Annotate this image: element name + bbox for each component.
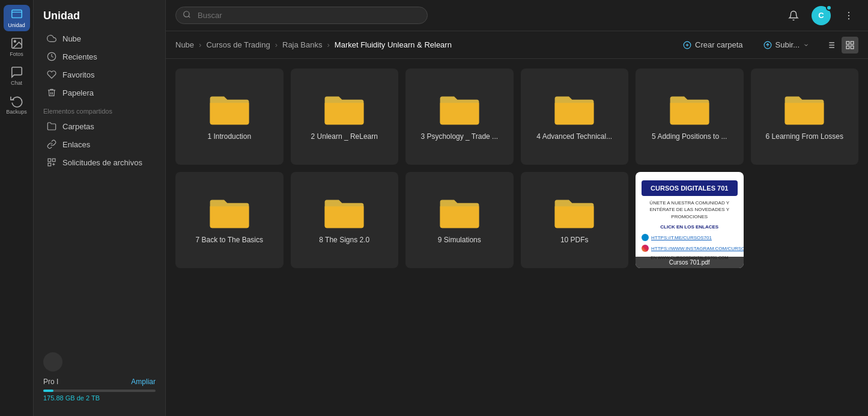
storage-bar — [43, 390, 156, 392]
pdf-instagram-link: HTTPS://WWW.INSTAGRAM.COM/CURSOSEMPRENDE… — [651, 246, 744, 251]
sidebar-item-recientes[interactable]: Recientes — [37, 47, 162, 66]
nav-backups[interactable]: Backups — [4, 91, 30, 118]
folder-icon-4 — [553, 91, 596, 127]
folder-icon-5 — [668, 91, 711, 127]
topbar: C — [166, 0, 868, 31]
sidebar-favoritos-label: Favoritos — [62, 70, 94, 79]
search-box — [175, 7, 428, 24]
folder-icon-9 — [438, 195, 481, 231]
svg-point-2 — [14, 40, 16, 42]
folder-icon-2 — [323, 91, 366, 127]
svg-rect-4 — [48, 159, 51, 162]
breadcrumb-nube[interactable]: Nube — [175, 40, 194, 49]
breadcrumb-sep-2: › — [275, 40, 278, 49]
sidebar-user-circle — [43, 352, 62, 372]
svg-rect-0 — [11, 10, 22, 18]
view-toggle — [822, 37, 858, 54]
main-area: C Nube › Cursos de Trading › Raja Banks … — [166, 0, 868, 416]
svg-point-10 — [848, 14, 849, 16]
search-icon — [183, 10, 191, 21]
breadcrumb-current: Market Fluidity Unlearn & Relearn — [335, 40, 452, 49]
breadcrumb-bar: Nube › Cursos de Trading › Raja Banks › … — [166, 31, 868, 59]
nav-fotos[interactable]: Fotos — [4, 34, 30, 60]
sidebar: Unidad Nube Recientes Favoritos Papelera… — [34, 0, 166, 416]
bell-icon[interactable] — [784, 6, 803, 25]
sidebar-plan: Pro I Ampliar — [43, 378, 156, 386]
ampliar-link[interactable]: Ampliar — [131, 378, 156, 386]
list-view-button[interactable] — [822, 37, 839, 54]
folder-name-9: 9 Simulations — [438, 236, 481, 245]
pdf-filename: Cursos 701.pdf — [636, 257, 744, 268]
nav-chat[interactable]: Chat — [4, 63, 30, 89]
folder-card-9[interactable]: 9 Simulations — [405, 172, 514, 268]
folder-card-4[interactable]: 4 Advanced Technical... — [521, 69, 629, 165]
pdf-instagram: HTTPS://WWW.INSTAGRAM.COM/CURSOSEMPRENDE… — [642, 245, 738, 252]
folder-name-3: 3 Psychology _ Trade ... — [420, 132, 498, 142]
svg-rect-24 — [851, 41, 854, 44]
file-grid: 1 Introduction 2 Unlearn _ ReLearn 3 Psy… — [175, 69, 858, 268]
subir-button[interactable]: Subir... — [756, 37, 816, 52]
folder-name-7: 7 Back to The Basics — [196, 236, 264, 245]
file-area: 1 Introduction 2 Unlearn _ ReLearn 3 Psy… — [166, 59, 868, 416]
breadcrumb-sep-3: › — [327, 40, 329, 49]
subir-chevron-icon — [803, 42, 809, 48]
folder-icon-3 — [438, 91, 481, 127]
nav-chat-label: Chat — [11, 80, 22, 86]
folder-card-7[interactable]: 7 Back to The Basics — [175, 172, 284, 268]
svg-rect-26 — [851, 46, 854, 49]
folder-card-3[interactable]: 3 Psychology _ Trade ... — [405, 69, 514, 165]
folder-name-8: 8 The Signs 2.0 — [319, 236, 369, 245]
sidebar-shared-section: Elementos compartidos — [34, 102, 165, 117]
nav-unidad-label: Unidad — [8, 22, 25, 28]
sidebar-recientes-label: Recientes — [62, 52, 97, 61]
folder-name-5: 5 Adding Positions to ... — [652, 132, 727, 142]
folder-card-5[interactable]: 5 Adding Positions to ... — [636, 69, 744, 165]
folder-name-10: 10 PDFs — [560, 236, 589, 245]
sidebar-item-carpetas[interactable]: Carpetas — [37, 117, 162, 135]
folder-card-1[interactable]: 1 Introduction — [175, 69, 284, 165]
sidebar-item-papelera[interactable]: Papelera — [37, 84, 162, 102]
grid-view-button[interactable] — [842, 37, 858, 54]
pdf-header: CURSOS DIGITALES 701 — [642, 180, 738, 196]
breadcrumb-cursos[interactable]: Cursos de Trading — [206, 40, 270, 49]
sidebar-item-favoritos[interactable]: Favoritos — [37, 66, 162, 84]
svg-rect-25 — [846, 46, 849, 49]
sidebar-item-enlaces[interactable]: Enlaces — [37, 135, 162, 153]
avatar-badge — [826, 5, 832, 11]
svg-rect-23 — [846, 41, 849, 44]
pdf-telegram-link: HTTPS://T.ME/CURSOS701 — [651, 235, 712, 240]
sidebar-enlaces-label: Enlaces — [62, 140, 90, 149]
folder-name-2: 2 Unlearn _ ReLearn — [311, 132, 378, 142]
sidebar-papelera-label: Papelera — [62, 88, 94, 97]
folder-card-2[interactable]: 2 Unlearn _ ReLearn — [291, 69, 399, 165]
breadcrumb-sep-1: › — [199, 40, 201, 49]
telegram-icon — [642, 234, 649, 241]
folder-card-6[interactable]: 6 Learning From Losses — [751, 69, 859, 165]
nav-backups-label: Backups — [6, 109, 27, 115]
sidebar-item-solicitudes[interactable]: Solicitudes de archivos — [37, 153, 162, 171]
storage-bar-fill — [43, 390, 53, 392]
icon-bar: Unidad Fotos Chat Backups — [0, 0, 34, 416]
nav-unidad[interactable]: Unidad — [4, 5, 30, 31]
folder-icon-1 — [208, 91, 251, 127]
svg-rect-5 — [52, 159, 55, 162]
crear-carpeta-button[interactable]: Crear carpeta — [676, 37, 750, 52]
nav-fotos-label: Fotos — [10, 51, 23, 57]
svg-line-8 — [189, 16, 190, 17]
sidebar-carpetas-label: Carpetas — [62, 122, 94, 131]
sidebar-item-nube[interactable]: Nube — [37, 29, 162, 47]
topbar-right: C — [784, 6, 858, 25]
folder-card-10[interactable]: 10 PDFs — [521, 172, 629, 268]
folder-card-8[interactable]: 8 The Signs 2.0 — [291, 172, 399, 268]
sidebar-title: Unidad — [34, 7, 165, 29]
search-input[interactable] — [175, 7, 428, 24]
breadcrumb-raja[interactable]: Raja Banks — [282, 40, 322, 49]
folder-icon-10 — [553, 195, 596, 231]
pdf-popup-card[interactable]: CURSOS DIGITALES 701 ÚNETE A NUESTRA COM… — [636, 172, 744, 268]
user-avatar[interactable]: C — [812, 6, 831, 25]
pdf-cta: CLICK EN LOS ENLACES — [660, 224, 718, 230]
pdf-telegram: HTTPS://T.ME/CURSOS701 — [642, 234, 738, 241]
sidebar-nube-label: Nube — [62, 34, 81, 43]
folder-name-6: 6 Learning From Losses — [766, 132, 843, 142]
more-options-icon[interactable] — [839, 6, 858, 25]
